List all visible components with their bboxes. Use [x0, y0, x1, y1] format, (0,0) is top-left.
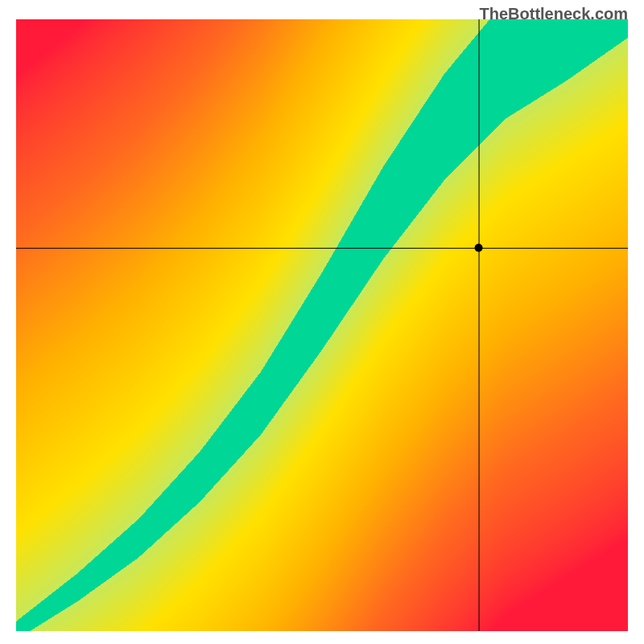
watermark-text: TheBottleneck.com [480, 5, 628, 23]
heatmap-chart [16, 19, 628, 631]
heatmap-canvas [16, 19, 628, 631]
